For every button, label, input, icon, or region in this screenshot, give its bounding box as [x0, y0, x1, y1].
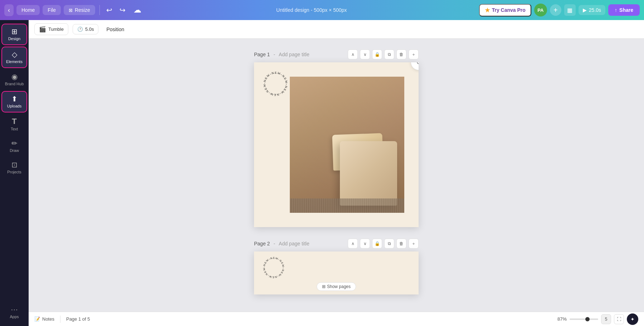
- back-button[interactable]: ‹: [4, 4, 14, 16]
- sidebar-item-label: Elements: [6, 59, 23, 64]
- page-1-title: Page 1: [254, 52, 270, 57]
- separator: -: [273, 52, 275, 57]
- page-1-block: Page 1 - Add page title ∧ ∨ 🔒 ⧉ 🗑 ＋ ↻: [254, 49, 419, 227]
- zoom-slider[interactable]: [570, 318, 598, 320]
- help-button[interactable]: ✦: [627, 313, 638, 325]
- zoom-level: 87%: [557, 316, 567, 322]
- page-2-controls: ∧ ∨ 🔒 ⧉ 🗑 ＋: [348, 239, 419, 249]
- sidebar-item-apps[interactable]: ⋯ Apps: [1, 302, 27, 322]
- sidebar-item-text[interactable]: T Text: [1, 114, 27, 135]
- uploads-icon: ⬆: [11, 95, 18, 102]
- add-collaborator-button[interactable]: +: [550, 4, 561, 16]
- sidebar-item-design[interactable]: ⊞ Design: [1, 24, 27, 45]
- try-canva-pro-button[interactable]: ★ Try Canva Pro: [479, 4, 531, 16]
- sidebar-item-projects[interactable]: ⊡ Projects: [1, 158, 27, 178]
- duration-button[interactable]: 🕐 5.0s: [73, 24, 99, 34]
- page-info: Page 1 of 5: [66, 316, 90, 322]
- zoom-thumb: [585, 317, 590, 321]
- draw-icon: ✏: [11, 140, 18, 147]
- sidebar-item-label: Text: [11, 127, 18, 131]
- page-count-badge[interactable]: 5: [601, 314, 611, 324]
- canvas-page-1[interactable]: ↻ ·NEW·NEW·NEW·NEW·NEW·NEW·: [254, 62, 419, 227]
- page2-lock-button[interactable]: 🔒: [372, 239, 382, 249]
- page-1-controls: ∧ ∨ 🔒 ⧉ 🗑 ＋: [348, 49, 419, 59]
- design-icon: ⊞: [11, 28, 18, 35]
- page2-down-button[interactable]: ∨: [360, 239, 370, 249]
- sidebar-item-elements[interactable]: ◇ Elements: [1, 47, 27, 68]
- page-lock-button[interactable]: 🔒: [372, 49, 382, 59]
- page-2-title: Page 2: [254, 241, 270, 246]
- page-2-add-title[interactable]: Add page title: [279, 241, 309, 246]
- soap-block-big: [340, 141, 397, 206]
- show-pages-button[interactable]: ⊞ Show pages: [317, 282, 356, 291]
- sidebar: ⊞ Design ◇ Elements ◉ Brand Hub ⬆ Upload…: [0, 20, 29, 326]
- expand-button[interactable]: ⛶: [614, 314, 624, 324]
- home-button[interactable]: Home: [16, 5, 40, 15]
- ai-refresh-button[interactable]: ↻: [411, 62, 419, 70]
- sidebar-item-label: Apps: [10, 315, 19, 319]
- svg-text:·NEW·NEW·NEW·NEW·NEW·NEW·: ·NEW·NEW·NEW·NEW·NEW·NEW·: [261, 255, 285, 279]
- text-icon: T: [12, 118, 16, 125]
- timer-button[interactable]: ▶ 25.0s: [579, 5, 605, 15]
- analytics-button[interactable]: ▦: [564, 4, 576, 16]
- show-pages-icon: ⊞: [322, 284, 326, 289]
- page-down-button[interactable]: ∨: [360, 49, 370, 59]
- canvas-page-2[interactable]: ·NEW·NEW·NEW·NEW·NEW·NEW· ⊞ Show pages: [254, 251, 419, 294]
- page-2-block: Page 2 - Add page title ∧ ∨ 🔒 ⧉ 🗑 ＋: [254, 239, 419, 294]
- undo-button[interactable]: ↩: [104, 4, 114, 16]
- page-up-button[interactable]: ∧: [348, 49, 358, 59]
- play-icon: ▶: [583, 7, 587, 13]
- soap-base-texture: [290, 198, 404, 213]
- page2-add-button[interactable]: ＋: [409, 239, 419, 249]
- share-icon: ↑: [615, 7, 617, 13]
- redo-button[interactable]: ↪: [117, 4, 128, 16]
- circular-text-svg: ·NEW·NEW·NEW·NEW·NEW·NEW·: [261, 69, 290, 98]
- avatar[interactable]: PA: [534, 4, 547, 16]
- animation-button[interactable]: 🎬 Tumble: [34, 23, 68, 35]
- svg-text:·NEW·NEW·NEW·NEW·NEW·NEW·: ·NEW·NEW·NEW·NEW·NEW·NEW·: [261, 69, 288, 97]
- separator: [99, 5, 100, 15]
- resize-icon: ⊠: [69, 8, 73, 13]
- circular-text-badge[interactable]: ·NEW·NEW·NEW·NEW·NEW·NEW·: [261, 69, 290, 98]
- share-button[interactable]: ↑ Share: [608, 4, 640, 16]
- separator: [60, 316, 60, 323]
- bottombar-right: 87% 5 ⛶ ✦: [557, 313, 638, 325]
- brand-hub-icon: ◉: [11, 73, 18, 80]
- page-duplicate-button[interactable]: ⧉: [384, 49, 394, 59]
- page-1-header: Page 1 - Add page title ∧ ∨ 🔒 ⧉ 🗑 ＋: [254, 49, 419, 59]
- projects-icon: ⊡: [11, 161, 18, 168]
- animation-icon: 🎬: [39, 26, 46, 33]
- elements-icon: ◇: [12, 51, 17, 58]
- product-image[interactable]: [290, 77, 404, 213]
- notes-button[interactable]: 📝 Notes: [34, 316, 54, 322]
- secondary-toolbar: 🎬 Tumble 🕐 5.0s Position: [29, 20, 644, 39]
- page-delete-button[interactable]: 🗑: [396, 49, 406, 59]
- notes-icon: 📝: [34, 316, 40, 322]
- sidebar-item-label: Projects: [7, 170, 21, 174]
- star-icon: ★: [485, 7, 490, 14]
- page-2-header: Page 2 - Add page title ∧ ∨ 🔒 ⧉ 🗑 ＋: [254, 239, 419, 249]
- apps-icon: ⋯: [11, 306, 18, 313]
- sidebar-item-label: Brand Hub: [5, 82, 24, 86]
- topbar: ‹ Home File ⊠ Resize ↩ ↪ ☁ Untitled desi…: [0, 0, 644, 20]
- file-button[interactable]: File: [43, 5, 61, 15]
- page2-circular-badge: ·NEW·NEW·NEW·NEW·NEW·NEW·: [261, 255, 286, 282]
- clock-icon: 🕐: [77, 27, 83, 32]
- page-add-button[interactable]: ＋: [409, 49, 419, 59]
- canvas-area: Page 1 - Add page title ∧ ∨ 🔒 ⧉ 🗑 ＋ ↻: [29, 39, 644, 312]
- sidebar-item-draw[interactable]: ✏ Draw: [1, 136, 27, 156]
- page2-delete-button[interactable]: 🗑: [396, 239, 406, 249]
- resize-button[interactable]: ⊠ Resize: [64, 5, 95, 15]
- sidebar-item-label: Draw: [10, 148, 19, 153]
- page-1-add-title[interactable]: Add page title: [279, 52, 309, 57]
- sidebar-item-label: Design: [8, 37, 20, 41]
- document-title: Untitled design - 500px × 500px: [147, 7, 476, 13]
- cloud-save-button[interactable]: ☁: [131, 4, 144, 16]
- sidebar-item-label: Uploads: [7, 104, 21, 108]
- page2-duplicate-button[interactable]: ⧉: [384, 239, 394, 249]
- bottombar: 📝 Notes Page 1 of 5 87% 5 ⛶ ✦: [29, 312, 644, 326]
- page2-up-button[interactable]: ∧: [348, 239, 358, 249]
- sidebar-item-uploads[interactable]: ⬆ Uploads: [1, 91, 27, 112]
- position-button[interactable]: Position: [103, 24, 128, 34]
- sidebar-item-brand-hub[interactable]: ◉ Brand Hub: [1, 69, 27, 90]
